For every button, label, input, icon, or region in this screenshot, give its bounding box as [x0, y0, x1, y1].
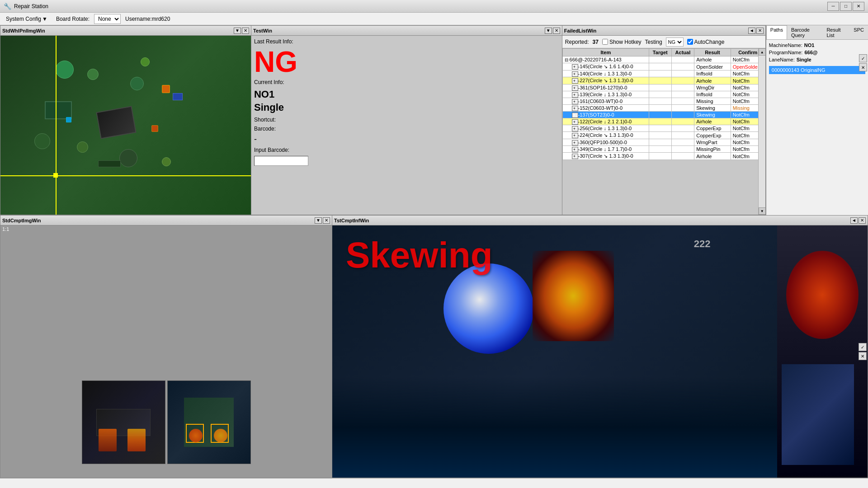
failed-list-collapse[interactable]: ◄ — [748, 28, 755, 34]
cell-actual — [671, 125, 694, 132]
autochange-checkbox[interactable] — [687, 39, 693, 45]
scroll-up-btn[interactable]: ▲ — [759, 48, 765, 56]
minimize-button[interactable]: ─ — [827, 2, 839, 11]
show-hotkey-checkbox-label[interactable]: Show Hotkey — [602, 39, 642, 45]
pcb-panel-content — [0, 36, 251, 215]
maximize-button[interactable]: □ — [840, 2, 852, 11]
table-row[interactable]: + -139(Circle ↓ 1.3 1.3)0-0InffsoldNotCf… — [562, 91, 765, 98]
table-row[interactable]: + -361(SOP16-1270)0-0WrngDirNotCfm — [562, 84, 765, 91]
autochange-label: AutoChange — [694, 39, 725, 45]
tst-cmpt-collapse[interactable]: ◄ — [850, 217, 858, 224]
cell-actual — [671, 146, 694, 153]
tree-expand-icon[interactable]: + — [572, 133, 578, 138]
close-button[interactable]: ✕ — [853, 2, 864, 11]
tree-expand-icon[interactable]: + — [572, 64, 578, 70]
tst-cmpt-close[interactable]: ✕ — [859, 217, 866, 224]
test-panel-close[interactable]: ✕ — [553, 28, 560, 34]
ng-row: NG — [254, 47, 559, 76]
failed-list-table-scroll[interactable]: Item Target Actual Result Confirm ⊟ 666@… — [562, 48, 765, 160]
test-panel-header: TestWin ▼ ✕ — [251, 26, 562, 36]
tst-cmpt-content: Skewing — [332, 225, 868, 478]
cell-result: MissingPin — [694, 146, 731, 153]
test-panel-title: TestWin — [253, 28, 272, 33]
tree-expand-icon[interactable]: + — [572, 140, 578, 145]
tree-expand-icon[interactable]: + — [572, 78, 578, 84]
testing-select[interactable]: NG OK All — [666, 38, 684, 47]
table-row[interactable]: + -145(Circle ↘ 1.6 1.4)0-0OpenSolderOpe… — [562, 63, 765, 70]
test-panel-dropdown[interactable]: ▼ — [545, 28, 552, 34]
cell-result: WrngPart — [694, 139, 731, 146]
tst-cmpt-image-area[interactable]: Skewing — [332, 225, 868, 478]
failed-list-close[interactable]: ✕ — [756, 28, 764, 34]
menubar: System Config ▼ Board Rotate: None 90 18… — [0, 13, 868, 25]
autochange-checkbox-label[interactable]: AutoChange — [687, 39, 725, 45]
tab-barcode-query[interactable]: Barcode Query — [787, 25, 822, 39]
cell-target — [649, 146, 671, 153]
tab-paths[interactable]: Paths — [766, 25, 787, 39]
rp-check-btn[interactable]: ✓ — [859, 54, 867, 62]
lane-name-val: Single — [797, 57, 811, 62]
table-scrollbar[interactable]: ▲ ▼ — [758, 48, 765, 215]
input-barcode-field[interactable] — [254, 156, 308, 166]
table-row[interactable]: + -360(QFP100-500)0-0WrngPartNotCfm — [562, 139, 765, 146]
table-row[interactable]: + -224(Circle ↘ 1.3 1.3)0-0CopperExpNotC… — [562, 132, 765, 139]
tree-expand-icon[interactable]: + — [572, 119, 578, 125]
machine-name-val: NO1 — [804, 42, 815, 48]
tree-expand-icon[interactable]: + — [572, 99, 578, 104]
cell-actual — [671, 91, 694, 98]
system-config-menu[interactable]: System Config ▼ — [2, 14, 52, 24]
barcode-value: - — [254, 135, 257, 144]
tree-expand-icon[interactable]: + — [572, 106, 578, 111]
show-hotkey-checkbox[interactable] — [602, 39, 608, 45]
failed-list-title: FailedListWin — [564, 28, 596, 33]
titlebar-left: 🔧 Repair Station — [4, 3, 48, 10]
component-thumbnails — [82, 380, 251, 464]
table-row[interactable]: + -349(Circle ↓ 1.7 1.7)0-0MissingPinNot… — [562, 146, 765, 153]
table-row[interactable]: + -256(Circle ↓ 1.3 1.3)0-0CopperExpNotC… — [562, 125, 765, 132]
tree-expand-icon[interactable]: + — [572, 154, 578, 159]
tst-check-btn[interactable]: ✓ — [859, 343, 867, 351]
pcb-panel-close[interactable]: ✕ — [242, 28, 249, 34]
pcb-panel-dropdown[interactable]: ▼ — [234, 28, 241, 34]
right-panel: Paths Barcode Query Result List SPC Mach… — [766, 25, 868, 215]
result-item-0[interactable]: 0000000143 OriginalNG — [769, 66, 865, 74]
cell-actual — [671, 139, 694, 146]
cell-target — [649, 118, 671, 125]
table-row[interactable]: + -227(Circle ↘ 1.3 1.3)0-0AirholeNotCfm — [562, 77, 765, 84]
show-hotkey-label: Show Hotkey — [609, 39, 642, 45]
tree-expand-icon[interactable]: + — [572, 71, 578, 77]
failed-list-controls: Reported: 37 Show Hotkey Testing NG OK A… — [562, 36, 765, 48]
std-cmpt-close[interactable]: ✕ — [323, 217, 330, 224]
current-lane-name: Single — [254, 101, 284, 114]
program-name-key: ProgramName: — [769, 50, 803, 55]
table-row[interactable]: + -122(Circle ↓ 2.1 2.1)0-0AirholeNotCfm — [562, 118, 765, 125]
tab-spc[interactable]: SPC — [849, 25, 868, 39]
cell-target — [649, 125, 671, 132]
tst-x-btn[interactable]: ✕ — [859, 352, 867, 360]
std-cmpt-dropdown[interactable]: ▼ — [315, 217, 322, 224]
cell-actual — [671, 63, 694, 70]
pcb-board[interactable] — [0, 36, 251, 215]
table-row[interactable]: + -161(C0603-WT)0-0MissingNotCfm — [562, 98, 765, 105]
failed-list-content: Item Target Actual Result Confirm ⊟ 666@… — [562, 48, 765, 215]
tree-expand-icon[interactable]: + — [572, 85, 578, 91]
table-row[interactable]: + -307(Circle ↘ 1.3 1.3)0-0AirholeNotCfm — [562, 153, 765, 160]
tree-expand-icon[interactable]: + — [572, 126, 578, 131]
scroll-down-btn[interactable]: ▼ — [759, 207, 765, 215]
std-cmpt-image-area[interactable]: 1:1 — [0, 225, 332, 478]
tab-result-list[interactable]: Result List — [822, 25, 849, 39]
bottom-row: StdCmptImgWin ▼ ✕ 1:1 — [0, 215, 868, 478]
board-rotate-select[interactable]: None 90 180 270 — [94, 14, 121, 24]
table-row[interactable]: + -152(C0603-WT)0-0SkewingMissing — [562, 105, 765, 112]
tree-expand-icon[interactable]: + — [572, 147, 578, 152]
table-row[interactable]: + -140(Circle ↓ 1.3 1.3)0-0InffsoldNotCf… — [562, 70, 765, 77]
col-result: Result — [694, 49, 731, 56]
table-row[interactable]: + -137(SOT23)0-0SkewingNotCfm — [562, 112, 765, 118]
tree-expand-icon[interactable]: + — [572, 113, 578, 118]
table-row[interactable]: ⊟ 666@-20220716-A-143AirholeNotCfm — [562, 56, 765, 63]
rp-x-btn[interactable]: ✕ — [859, 63, 867, 71]
tree-expand-icon[interactable]: + — [572, 92, 578, 98]
pcb-crosshair-horizontal — [0, 175, 251, 176]
cell-target — [649, 132, 671, 139]
expand-icon[interactable]: ⊟ — [565, 57, 570, 62]
